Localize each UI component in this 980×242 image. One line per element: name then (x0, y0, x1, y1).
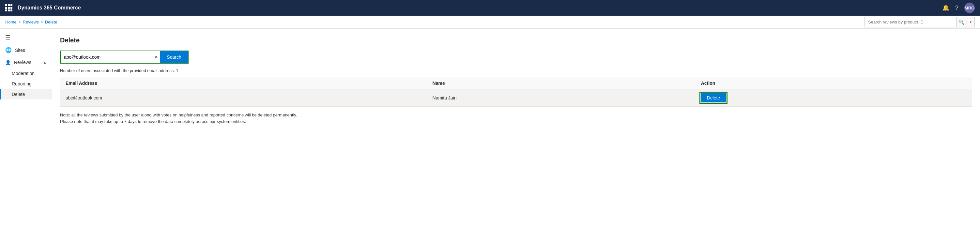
sidebar-item-reviews[interactable]: 👤 Reviews ▲ (0, 56, 52, 68)
cell-email: abc@outlook.com (60, 89, 427, 107)
chevron-up-icon: ▲ (43, 61, 47, 64)
search-product-button[interactable]: 🔍 (956, 17, 967, 27)
cell-action: Delete (696, 89, 972, 107)
search-product-dropdown[interactable]: ▾ (967, 17, 974, 27)
breadcrumb-reviews[interactable]: Reviews (23, 19, 39, 24)
globe-icon: 🌐 (5, 47, 12, 53)
app-logo: Dynamics 365 Commerce (18, 5, 81, 11)
breadcrumb-delete: Delete (45, 19, 57, 24)
sidebar-item-reporting[interactable]: Reporting (0, 79, 52, 89)
sidebar-item-sites[interactable]: 🌐 Sites (0, 44, 52, 56)
sidebar: ☰ 🌐 Sites 👤 Reviews ▲ Moderation Reporti… (0, 29, 52, 242)
avatar[interactable]: MRG (964, 3, 975, 13)
delete-action-button[interactable]: Delete (701, 93, 726, 102)
search-product-area: 🔍 ▾ (864, 17, 975, 27)
table-row: abc@outlook.com Namita Jain Delete (60, 89, 972, 107)
note-text: Note: all the reviews submitted by the u… (60, 112, 308, 124)
result-info: Number of users associated with the prov… (60, 68, 972, 73)
bell-icon[interactable]: 🔔 (942, 4, 949, 11)
help-icon[interactable]: ? (955, 5, 958, 11)
page-title: Delete (60, 37, 972, 44)
email-search-button[interactable]: Search (160, 51, 188, 63)
main-layout: ☰ 🌐 Sites 👤 Reviews ▲ Moderation Reporti… (0, 29, 980, 242)
sidebar-item-delete[interactable]: Delete (0, 89, 52, 99)
results-table: Email Address Name Action abc@outlook.co… (60, 77, 972, 107)
col-name: Name (427, 77, 696, 89)
email-clear-button[interactable]: × (152, 54, 160, 60)
sidebar-toggle[interactable]: ☰ (0, 31, 52, 44)
search-product-input[interactable] (865, 17, 956, 27)
cell-name: Namita Jain (427, 89, 696, 107)
topbar: Dynamics 365 Commerce 🔔 ? MRG (0, 0, 980, 16)
content-area: Delete × Search Number of users associat… (52, 29, 980, 242)
col-action: Action (696, 77, 972, 89)
col-email: Email Address (60, 77, 427, 89)
sidebar-item-moderation[interactable]: Moderation (0, 68, 52, 79)
sidebar-sites-label: Sites (15, 48, 25, 53)
breadcrumb-home[interactable]: Home (5, 19, 17, 24)
person-icon: 👤 (5, 60, 11, 65)
breadcrumb-bar: Home > Reviews > Delete 🔍 ▾ (0, 16, 980, 29)
email-search-wrapper: × Search (60, 51, 189, 64)
breadcrumb: Home > Reviews > Delete (5, 19, 57, 24)
waffle-icon[interactable] (5, 4, 13, 11)
sidebar-reviews-label: Reviews (14, 60, 31, 65)
email-search-input[interactable] (60, 51, 152, 63)
topbar-icons: 🔔 ? MRG (942, 3, 975, 13)
